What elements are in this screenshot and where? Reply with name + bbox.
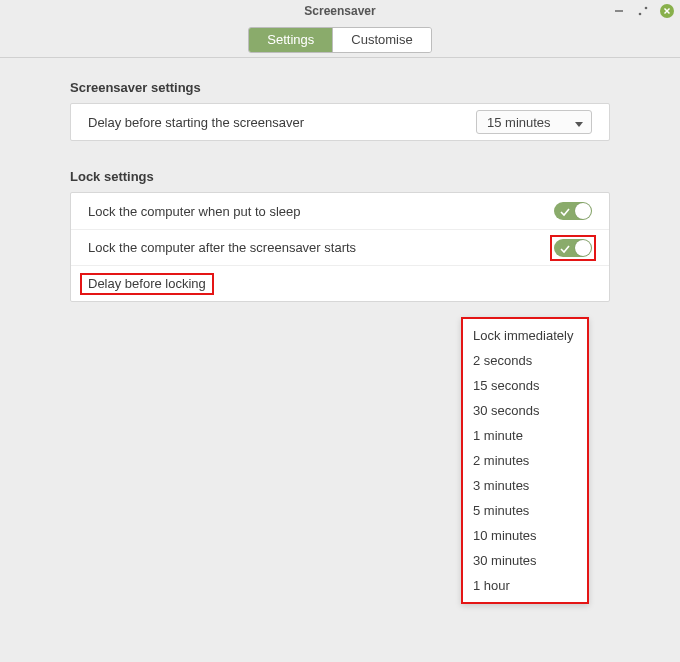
toolbar: Settings Customise bbox=[0, 22, 680, 58]
highlight-box: Delay before locking bbox=[80, 273, 214, 295]
screensaver-delay-combo[interactable]: 15 minutes bbox=[476, 110, 592, 134]
lock-delay-option[interactable]: Lock immediately bbox=[463, 323, 587, 348]
lock-sleep-row: Lock the computer when put to sleep bbox=[71, 193, 609, 229]
lock-after-ss-toggle[interactable] bbox=[554, 239, 592, 257]
titlebar: Screensaver bbox=[0, 0, 680, 22]
close-button[interactable] bbox=[660, 4, 674, 18]
screensaver-delay-value: 15 minutes bbox=[487, 115, 551, 130]
svg-point-2 bbox=[645, 7, 648, 10]
lock-after-ss-row: Lock the computer after the screensaver … bbox=[71, 229, 609, 265]
lock-delay-option[interactable]: 1 minute bbox=[463, 423, 587, 448]
lock-delay-row: Delay before locking bbox=[71, 265, 609, 301]
tab-group: Settings Customise bbox=[248, 27, 431, 53]
lock-delay-option[interactable]: 3 minutes bbox=[463, 473, 587, 498]
lock-sleep-label: Lock the computer when put to sleep bbox=[88, 204, 300, 219]
lock-delay-option[interactable]: 30 seconds bbox=[463, 398, 587, 423]
screensaver-panel: Delay before starting the screensaver 15… bbox=[70, 103, 610, 141]
screensaver-delay-label: Delay before starting the screensaver bbox=[88, 115, 304, 130]
minimize-button[interactable] bbox=[612, 4, 626, 18]
toggle-knob bbox=[575, 203, 591, 219]
window-title: Screensaver bbox=[304, 4, 375, 18]
lock-delay-option[interactable]: 10 minutes bbox=[463, 523, 587, 548]
toggle-knob bbox=[575, 240, 591, 256]
lock-after-ss-label: Lock the computer after the screensaver … bbox=[88, 240, 356, 255]
lock-delay-option[interactable]: 5 minutes bbox=[463, 498, 587, 523]
lock-delay-label: Delay before locking bbox=[88, 276, 206, 291]
window-buttons bbox=[612, 0, 674, 22]
lock-delay-option[interactable]: 1 hour bbox=[463, 573, 587, 598]
lock-delay-option[interactable]: 15 seconds bbox=[463, 373, 587, 398]
maximize-button[interactable] bbox=[636, 4, 650, 18]
check-icon bbox=[560, 242, 570, 252]
lock-delay-dropdown: Lock immediately2 seconds15 seconds30 se… bbox=[461, 317, 589, 604]
lock-delay-option[interactable]: 2 seconds bbox=[463, 348, 587, 373]
lock-panel: Lock the computer when put to sleep Lock… bbox=[70, 192, 610, 302]
screensaver-delay-row: Delay before starting the screensaver 15… bbox=[71, 104, 609, 140]
lock-delay-option[interactable]: 2 minutes bbox=[463, 448, 587, 473]
highlight-box bbox=[550, 235, 596, 261]
chevron-down-icon bbox=[575, 115, 583, 130]
content-area: Screensaver settings Delay before starti… bbox=[0, 58, 680, 302]
tab-customise[interactable]: Customise bbox=[332, 28, 430, 52]
lock-section-title: Lock settings bbox=[70, 169, 610, 184]
svg-line-3 bbox=[641, 9, 645, 13]
tab-settings[interactable]: Settings bbox=[249, 28, 332, 52]
svg-point-1 bbox=[639, 13, 642, 16]
check-icon bbox=[560, 205, 570, 215]
lock-sleep-toggle[interactable] bbox=[554, 202, 592, 220]
lock-delay-option[interactable]: 30 minutes bbox=[463, 548, 587, 573]
screensaver-section-title: Screensaver settings bbox=[70, 80, 610, 95]
